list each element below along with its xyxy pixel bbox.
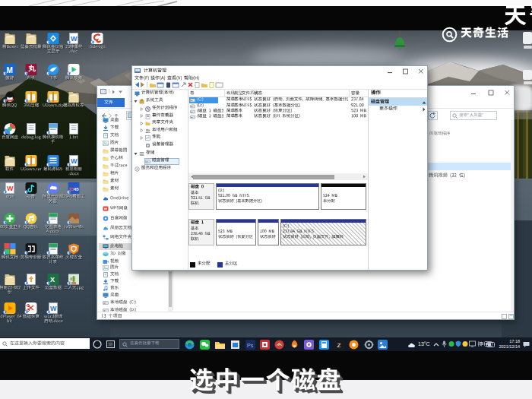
svg-text:Ps: Ps	[247, 343, 254, 348]
svg-text:45: 45	[74, 187, 79, 192]
svg-text:Z: Z	[337, 342, 341, 349]
svg-text:W: W	[71, 35, 78, 43]
svg-text:X: X	[50, 276, 55, 283]
svg-text:W: W	[71, 157, 78, 165]
svg-text:W: W	[50, 305, 57, 312]
svg-text:W: W	[7, 185, 14, 192]
svg-text:M: M	[7, 66, 13, 74]
